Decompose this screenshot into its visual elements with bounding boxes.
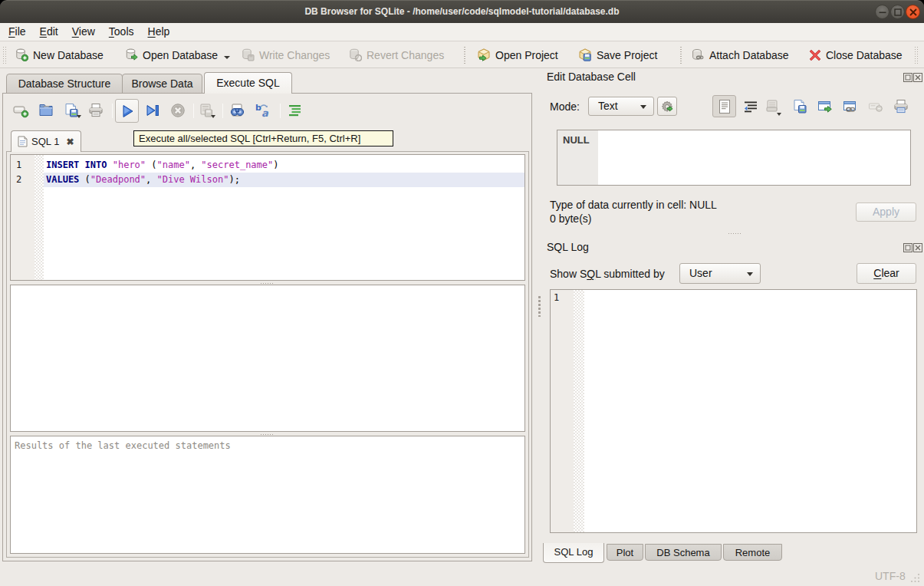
import-menu-arrow[interactable] (777, 113, 781, 116)
gear-icon (660, 100, 674, 114)
sql-tab-close-icon[interactable]: ✖ (66, 137, 74, 147)
text-mode-icon (716, 98, 733, 115)
attach-database-button[interactable]: Attach Database (691, 42, 789, 67)
mode-combo[interactable]: Text (588, 97, 654, 116)
dock-float-button[interactable] (903, 73, 912, 82)
dock-close-button[interactable] (913, 243, 922, 252)
dock-tab-sql-log[interactable]: SQL Log (543, 543, 604, 563)
dock-splitter-handle[interactable] (538, 296, 541, 317)
revert-changes-button[interactable]: Revert Changes (349, 42, 444, 67)
sql-log-view[interactable]: 1 (550, 289, 917, 533)
find-icon (229, 102, 245, 119)
tab-browse-data[interactable]: Browse Data (122, 74, 202, 94)
encoding-status: UTF-8 (875, 570, 906, 582)
dock-close-icon (913, 243, 922, 252)
dock-close-icon (913, 73, 922, 82)
execute-line-button[interactable] (144, 102, 161, 119)
dock-tab-db-schema[interactable]: DB Schema (645, 544, 722, 561)
new-sql-tab-icon (12, 102, 29, 119)
open-sql-file-button[interactable] (38, 102, 54, 119)
combo-arrow-icon (747, 272, 753, 276)
mode-label: Mode: (550, 100, 580, 113)
save-project-label: Save Project (597, 49, 657, 61)
save-results-menu-arrow[interactable] (211, 115, 215, 118)
results-grid-pane[interactable] (10, 285, 525, 432)
dock-float-icon (903, 243, 912, 252)
menu-tools[interactable]: Tools (102, 23, 141, 41)
write-changes-button[interactable]: Write Changes (242, 42, 330, 67)
copy-link-button[interactable] (842, 98, 859, 115)
dock-splitter-handle[interactable] (728, 232, 742, 235)
execute-all-button[interactable] (115, 99, 139, 123)
menu-help[interactable]: Help (141, 23, 177, 41)
results-message-pane[interactable]: Results of the last executed statements (10, 436, 525, 554)
save-project-button[interactable]: Save Project (578, 42, 657, 67)
close-database-icon (809, 49, 821, 61)
save-sql-menu-arrow[interactable] (77, 115, 81, 118)
fold-margin (35, 155, 44, 280)
maximize-button[interactable] (890, 5, 905, 19)
open-database-menu-arrow[interactable] (224, 56, 230, 59)
code-area[interactable]: INSERT INTO "hero" ("name", "secret_name… (44, 155, 524, 280)
titlebar[interactable]: DB Browser for SQLite - /home/user/code/… (0, 0, 924, 23)
word-wrap-icon (742, 98, 759, 115)
tab-database-structure[interactable]: Database Structure (6, 74, 123, 94)
close-database-button[interactable]: Close Database (809, 42, 903, 67)
menu-file[interactable]: File (2, 23, 33, 41)
text-mode-button[interactable] (716, 98, 733, 115)
close-database-label: Close Database (826, 49, 903, 61)
toolbar-handle[interactable] (2, 46, 7, 64)
dock-close-button[interactable] (913, 73, 922, 82)
print-sql-button[interactable] (87, 102, 104, 119)
open-database-label: Open Database (143, 49, 218, 61)
format-sql-icon (287, 102, 304, 119)
new-sql-tab-button[interactable] (12, 102, 29, 119)
log-filter-combo[interactable]: User (679, 263, 761, 284)
sql-toolbar-separator (222, 104, 223, 118)
print-icon (87, 102, 104, 119)
stop-button[interactable] (169, 102, 186, 119)
tab-execute-sql[interactable]: Execute SQL (204, 72, 292, 94)
close-icon (909, 8, 917, 16)
sql-toolbar-separator (193, 104, 194, 118)
sql-editor[interactable]: 1 2 INSERT INTO "hero" ("name", "secret_… (10, 154, 525, 281)
export-text-button[interactable] (791, 98, 808, 115)
save-project-icon (578, 48, 592, 62)
results-placeholder: Results of the last executed statements (15, 440, 231, 451)
format-letters-button[interactable]: b a (254, 102, 271, 119)
cell-value: NULL (563, 134, 590, 146)
menu-view[interactable]: View (65, 23, 102, 41)
format-sql-button[interactable] (287, 102, 304, 119)
sql-log-dock-title: SQL Log (547, 241, 589, 253)
dock-tab-remote[interactable]: Remote (723, 544, 782, 561)
cell-editor[interactable]: NULL (557, 130, 911, 186)
main-toolbar: New Database Open Database Write Changes (0, 42, 924, 68)
toolbar-extension-handle[interactable] (914, 46, 919, 64)
close-button[interactable] (906, 5, 920, 19)
clear-log-button[interactable]: Clear (857, 263, 916, 284)
revert-changes-icon (349, 48, 362, 61)
set-null-button[interactable] (867, 98, 884, 115)
format-letters-icon: b a (254, 102, 272, 119)
dock-float-icon (903, 73, 912, 82)
code-line-2: VALUES ("Deadpond", "Dive Wilson"); (44, 173, 524, 187)
db-browser-window: DB Browser for SQLite - /home/user/code/… (0, 0, 924, 586)
apply-button[interactable]: Apply (856, 202, 916, 222)
new-database-icon (15, 48, 28, 61)
open-external-button[interactable] (817, 98, 834, 115)
open-project-button[interactable]: Open Project (477, 42, 558, 67)
minimize-button[interactable] (875, 5, 889, 19)
word-wrap-button[interactable] (742, 98, 759, 115)
dock-tab-plot[interactable]: Plot (607, 544, 643, 561)
find-button[interactable] (229, 102, 245, 119)
sql-toolbar-separator (112, 104, 113, 118)
auto-mode-button[interactable] (657, 97, 677, 116)
print-cell-button[interactable] (893, 98, 909, 115)
sql-editor-tab[interactable]: SQL 1 ✖ (11, 130, 81, 152)
set-null-icon (867, 98, 884, 115)
menu-edit[interactable]: Edit (33, 23, 65, 41)
resize-grip[interactable] (909, 572, 921, 584)
dock-float-button[interactable] (903, 243, 912, 252)
new-database-button[interactable]: New Database (15, 42, 104, 67)
open-database-button[interactable]: Open Database (125, 42, 218, 67)
